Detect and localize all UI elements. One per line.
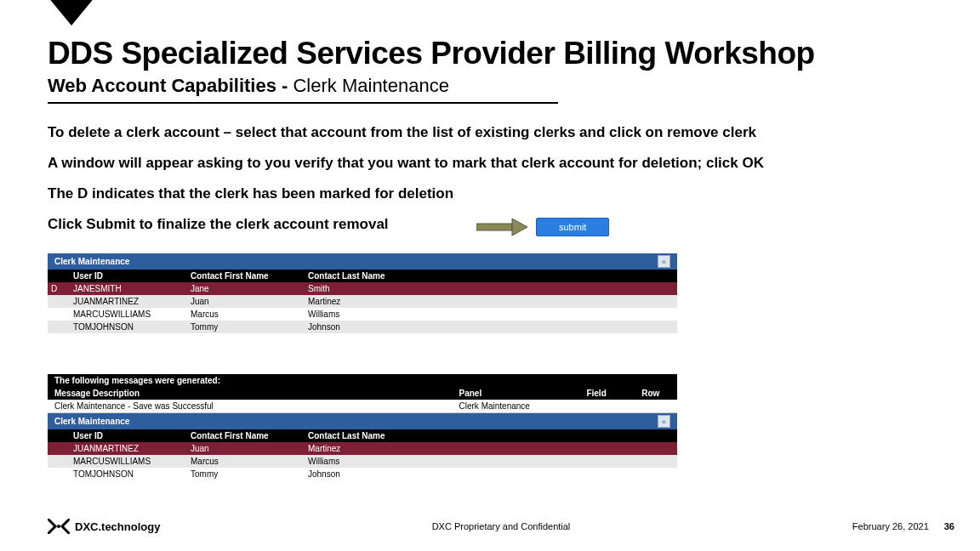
table-header: User ID Contact First Name Contact Last …	[48, 429, 677, 442]
panel-title: Clerk Maintenance	[54, 417, 129, 426]
row-first: Juan	[187, 295, 305, 308]
row-userid: MARCUSWILLIAMS	[70, 308, 187, 321]
collapse-icon[interactable]: «	[658, 415, 670, 428]
col-firstname: Contact First Name	[187, 429, 305, 442]
table-row[interactable]: JUANMARTINEZJuanMartinez	[48, 442, 677, 455]
col-userid: User ID	[70, 270, 187, 282]
clerk-maintenance-panel-after: The following messages were generated: M…	[48, 374, 677, 480]
table-row[interactable]: MARCUSWILLIAMSMarcusWilliams	[48, 455, 677, 468]
row-first: Tommy	[187, 321, 305, 333]
row-userid: TOMJOHNSON	[70, 321, 187, 333]
svg-marker-1	[512, 219, 527, 236]
col-msg-row: Row	[638, 387, 677, 400]
body-p1: To delete a clerk account – select that …	[48, 123, 932, 142]
svg-rect-0	[476, 224, 512, 230]
col-userid: User ID	[70, 429, 187, 442]
row-flag	[48, 468, 70, 480]
panel-header: Clerk Maintenance «	[48, 253, 677, 270]
row-flag	[48, 442, 70, 455]
col-msg-field: Field	[583, 387, 638, 400]
submit-button[interactable]: submit	[536, 218, 609, 236]
row-first: Juan	[187, 442, 305, 455]
msg-field	[583, 400, 638, 412]
col-lastname: Contact Last Name	[305, 270, 677, 282]
table-row[interactable]: JUANMARTINEZJuanMartinez	[48, 295, 677, 308]
row-last: Martinez	[305, 442, 677, 455]
panel-header: Clerk Maintenance «	[48, 413, 677, 429]
panel-title: Clerk Maintenance	[54, 257, 129, 266]
row-first: Jane	[187, 282, 305, 295]
row-first: Marcus	[187, 308, 305, 321]
svg-point-2	[57, 525, 60, 528]
row-flag	[48, 455, 70, 468]
table-row[interactable]: MARCUSWILLIAMSMarcusWilliams	[48, 308, 677, 321]
footer: DXC.technology DXC Proprietary and Confi…	[48, 519, 954, 534]
msg-panel: Clerk Maintenance	[456, 400, 584, 412]
table-header: User ID Contact First Name Contact Last …	[48, 270, 677, 282]
table-row[interactable]: DJANESMITHJaneSmith	[48, 282, 677, 295]
msg-row-val	[638, 400, 677, 412]
subtitle: Web Account Capabilities - Clerk Mainten…	[48, 75, 558, 104]
arrow-and-submit: submit	[476, 218, 609, 236]
page-number: 36	[944, 521, 954, 531]
body-p2: A window will appear asking to you verif…	[48, 154, 932, 173]
messages-intro: The following messages were generated:	[48, 374, 677, 387]
arrow-icon	[476, 219, 527, 236]
row-userid: JUANMARTINEZ	[70, 295, 187, 308]
message-row: Clerk Maintenance - Save was Successful …	[48, 400, 677, 413]
row-flag	[48, 308, 70, 321]
row-last: Martinez	[305, 295, 677, 308]
messages-header: Message Description Panel Field Row	[48, 387, 677, 400]
row-flag: D	[48, 282, 70, 295]
body-p3: The D indicates that the clerk has been …	[48, 185, 932, 203]
row-first: Tommy	[187, 468, 305, 480]
table-row[interactable]: TOMJOHNSONTommyJohnson	[48, 468, 677, 480]
row-userid: MARCUSWILLIAMS	[70, 455, 187, 468]
col-firstname: Contact First Name	[187, 270, 305, 282]
row-userid: TOMJOHNSON	[70, 468, 187, 480]
col-msg-panel: Panel	[456, 387, 584, 400]
dxc-logo: DXC.technology	[48, 519, 160, 534]
row-last: Williams	[305, 308, 677, 321]
subtitle-bold: Web Account Capabilities -	[48, 75, 293, 96]
col-msg-desc: Message Description	[48, 387, 456, 400]
col-lastname: Contact Last Name	[305, 429, 677, 442]
row-flag	[48, 295, 70, 308]
row-userid: JUANMARTINEZ	[70, 442, 187, 455]
subtitle-rest: Clerk Maintenance	[293, 75, 448, 96]
row-userid: JANESMITH	[70, 282, 187, 295]
row-first: Marcus	[187, 455, 305, 468]
row-last: Williams	[305, 455, 677, 468]
collapse-icon[interactable]: «	[658, 255, 670, 268]
row-last: Smith	[305, 282, 677, 295]
row-last: Johnson	[305, 468, 677, 480]
footer-date: February 26, 2021	[852, 521, 929, 531]
msg-desc: Clerk Maintenance - Save was Successful	[48, 400, 456, 412]
table-row[interactable]: TOMJOHNSONTommyJohnson	[48, 321, 677, 333]
logo-text: DXC.technology	[75, 520, 160, 533]
row-flag	[48, 321, 70, 333]
page-title: DDS Specialized Services Provider Billin…	[48, 36, 815, 71]
clerk-maintenance-panel-before: Clerk Maintenance « User ID Contact Firs…	[48, 253, 677, 333]
footer-confidential: DXC Proprietary and Confidential	[48, 521, 954, 531]
row-last: Johnson	[305, 321, 677, 333]
brand-triangle	[48, 0, 95, 26]
